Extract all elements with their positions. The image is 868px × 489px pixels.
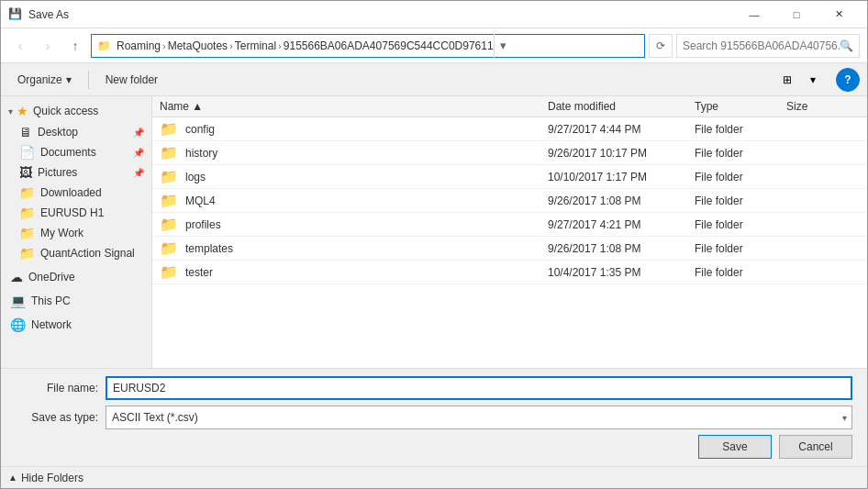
sidebar-item-pictures-label: Pictures: [38, 166, 77, 179]
search-input[interactable]: [683, 39, 840, 52]
organize-button[interactable]: Organize ▾: [8, 68, 81, 92]
toolbar: Organize ▾ New folder ⊞ ▾ ?: [1, 63, 867, 96]
toolbar-right: ⊞ ▾ ?: [775, 68, 860, 92]
file-name-profiles: profiles: [185, 218, 548, 231]
sidebar-item-documents[interactable]: 📄 Documents 📌: [1, 142, 151, 162]
thispc-section: 💻 This PC: [1, 291, 151, 311]
file-type-profiles: File folder: [695, 218, 786, 231]
file-date-templates: 9/26/2017 1:08 PM: [548, 242, 695, 255]
up-button[interactable]: ↑: [63, 34, 87, 58]
file-row[interactable]: 📁 config 9/27/2017 4:44 PM File folder: [152, 117, 867, 141]
quick-access-star-icon: ★: [17, 104, 28, 118]
search-icon: 🔍: [840, 39, 853, 52]
new-folder-button[interactable]: New folder: [96, 68, 167, 92]
path-parts: 📁 Roaming › MetaQuotes › Terminal › 9155…: [97, 39, 494, 52]
file-name-history: history: [185, 147, 548, 160]
file-date-history: 9/26/2017 10:17 PM: [548, 147, 695, 160]
thispc-icon: 💻: [10, 294, 26, 308]
address-path-box[interactable]: 📁 Roaming › MetaQuotes › Terminal › 9155…: [91, 34, 645, 58]
sidebar-item-eurusd[interactable]: 📁 EURUSD H1: [1, 203, 151, 223]
search-box: 🔍: [676, 34, 860, 58]
path-metaquotes: MetaQuotes: [168, 39, 228, 52]
file-row[interactable]: 📁 logs 10/10/2017 1:17 PM File folder: [152, 165, 867, 189]
column-name-label: Name: [160, 100, 189, 113]
file-type-tester: File folder: [695, 266, 786, 279]
sidebar-item-downloaded[interactable]: 📁 Downloaded: [1, 183, 151, 203]
network-icon: 🌐: [10, 317, 26, 332]
folder-icon-logs: 📁: [160, 168, 178, 185]
sidebar-item-desktop[interactable]: 🖥 Desktop 📌: [1, 122, 151, 142]
eurusd-folder-icon: 📁: [19, 206, 35, 220]
file-row[interactable]: 📁 profiles 9/27/2017 4:21 PM File folder: [152, 213, 867, 237]
sidebar-item-mywork[interactable]: 📁 My Work: [1, 223, 151, 243]
save-button[interactable]: Save: [698, 435, 772, 459]
quick-access-header[interactable]: ▾ ★ Quick access: [1, 100, 151, 122]
savetype-select[interactable]: ASCII Text (*.csv): [106, 406, 852, 429]
views-button[interactable]: ⊞: [775, 68, 799, 92]
folder-icon-mql4: 📁: [160, 192, 178, 209]
onedrive-icon: ☁: [10, 270, 23, 284]
sidebar-item-downloaded-label: Downloaded: [40, 186, 102, 199]
file-type-mql4: File folder: [695, 194, 786, 207]
sidebar-item-network[interactable]: 🌐 Network: [1, 315, 151, 335]
window-icon: 💾: [8, 7, 23, 22]
path-sep-2: ›: [229, 40, 233, 51]
cancel-button[interactable]: Cancel: [779, 435, 852, 459]
views-dropdown-button[interactable]: ▾: [801, 68, 825, 92]
file-name-templates: templates: [185, 242, 548, 255]
filename-input[interactable]: [106, 376, 852, 400]
filename-label: File name:: [16, 382, 98, 395]
sidebar-item-quantaction[interactable]: 📁 QuantAction Signal: [1, 243, 151, 263]
file-row[interactable]: 📁 tester 10/4/2017 1:35 PM File folder: [152, 261, 867, 284]
column-date-label: Date modified: [548, 100, 616, 113]
quick-access-section: ▾ ★ Quick access 🖥 Desktop 📌 📄 Documents…: [1, 100, 151, 263]
sidebar-item-thispc-label: This PC: [31, 295, 71, 307]
toolbar-separator: [88, 71, 89, 89]
back-button[interactable]: ‹: [8, 34, 32, 58]
close-button[interactable]: ✕: [818, 1, 860, 28]
folder-icon: 📁: [97, 39, 111, 52]
column-type[interactable]: Type: [695, 100, 786, 113]
column-size[interactable]: Size: [786, 100, 860, 113]
minimize-button[interactable]: —: [733, 1, 775, 28]
sidebar-item-eurusd-label: EURUSD H1: [40, 206, 104, 219]
sidebar: ▾ ★ Quick access 🖥 Desktop 📌 📄 Documents…: [1, 96, 152, 368]
file-row[interactable]: 📁 templates 9/26/2017 1:08 PM File folde…: [152, 237, 867, 261]
documents-pin-icon: 📌: [133, 148, 144, 158]
save-form: File name: Save as type: ASCII Text (*.c…: [1, 368, 867, 466]
sidebar-item-pictures[interactable]: 🖼 Pictures 📌: [1, 162, 151, 183]
downloaded-folder-icon: 📁: [19, 185, 35, 200]
file-name-config: config: [185, 123, 548, 136]
addressbar: ‹ › ↑ 📁 Roaming › MetaQuotes › Terminal …: [1, 28, 867, 63]
pictures-icon: 🖼: [19, 165, 32, 180]
column-size-label: Size: [786, 100, 807, 113]
statusbar[interactable]: ▲ Hide Folders: [1, 466, 867, 488]
help-button[interactable]: ?: [836, 68, 860, 92]
path-sep-1: ›: [162, 40, 166, 51]
sidebar-item-thispc[interactable]: 💻 This PC: [1, 291, 151, 311]
column-name[interactable]: Name ▲: [160, 100, 548, 113]
sidebar-item-mywork-label: My Work: [40, 227, 83, 239]
file-name-mql4: MQL4: [185, 194, 548, 207]
onedrive-section: ☁ OneDrive: [1, 267, 151, 287]
folder-icon-history: 📁: [160, 144, 178, 161]
button-row: Save Cancel: [16, 435, 852, 459]
forward-button[interactable]: ›: [36, 34, 60, 58]
path-dropdown-button[interactable]: ▾: [494, 34, 512, 58]
folder-icon-profiles: 📁: [160, 216, 178, 233]
sidebar-item-documents-label: Documents: [40, 146, 96, 159]
savetype-select-wrapper: ASCII Text (*.csv) ▾: [106, 406, 852, 429]
file-row[interactable]: 📁 history 9/26/2017 10:17 PM File folder: [152, 141, 867, 165]
column-date[interactable]: Date modified: [548, 100, 695, 113]
maximize-button[interactable]: □: [775, 1, 818, 28]
quick-access-label: Quick access: [33, 105, 98, 117]
folder-icon-templates: 📁: [160, 239, 178, 257]
titlebar: 💾 Save As — □ ✕: [1, 1, 867, 28]
file-type-logs: File folder: [695, 171, 786, 183]
file-row[interactable]: 📁 MQL4 9/26/2017 1:08 PM File folder: [152, 189, 867, 213]
refresh-button[interactable]: ⟳: [649, 34, 673, 58]
pictures-pin-icon: 📌: [133, 168, 144, 178]
file-date-mql4: 9/26/2017 1:08 PM: [548, 194, 695, 207]
sidebar-item-onedrive[interactable]: ☁ OneDrive: [1, 267, 151, 287]
path-sep-3: ›: [278, 40, 282, 51]
